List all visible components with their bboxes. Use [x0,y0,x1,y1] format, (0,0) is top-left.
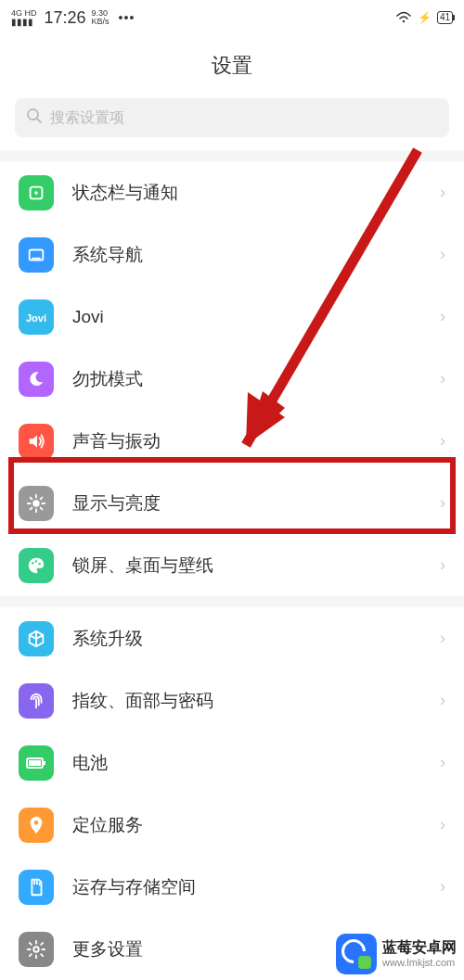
chevron-right-icon: › [440,493,445,513]
moon-icon [19,362,54,397]
chevron-right-icon: › [440,245,445,264]
svg-line-15 [31,507,32,509]
location-icon [19,808,54,843]
page-title: 设置 [0,35,464,98]
settings-item-status-notify[interactable]: 状态栏与通知› [0,161,464,223]
nav-icon [19,237,54,273]
svg-point-17 [32,562,33,564]
chevron-right-icon: › [440,877,445,897]
settings-item-dnd[interactable]: 勿扰模式› [0,348,464,410]
cube-icon [19,621,54,656]
gear-icon [19,932,54,967]
palette-icon [19,548,54,583]
chevron-right-icon: › [440,369,445,388]
settings-item-label: 系统升级 [72,627,440,651]
battery-icon [19,745,54,781]
settings-item-display[interactable]: 显示与亮度› [0,472,464,534]
chevron-right-icon: › [440,431,445,451]
watermark: 蓝莓安卓网 www.lmkjst.com [336,934,457,974]
svg-point-18 [35,560,37,562]
svg-point-8 [32,500,39,506]
chevron-right-icon: › [440,629,445,648]
settings-item-system-update[interactable]: 系统升级› [0,607,464,669]
settings-item-label: Jovi [72,307,440,327]
fingerprint-icon [19,683,54,719]
brightness-icon [19,486,54,521]
search-container: 搜索设置项 [0,98,464,150]
chevron-right-icon: › [440,555,445,575]
settings-item-storage[interactable]: 运存与存储空间› [0,856,464,918]
status-bar: 4G HD ▮▮▮▮ 17:26 9.30 KB/s ••• ⚡ 41 [0,0,464,35]
settings-item-label: 电池 [72,751,440,775]
search-icon [26,108,43,128]
svg-point-23 [34,820,39,824]
svg-text:Jovi: Jovi [26,312,46,324]
svg-rect-6 [32,257,40,259]
svg-line-13 [31,497,32,499]
more-status-icon: ••• [119,10,135,25]
svg-point-1 [28,109,38,120]
speaker-icon [19,424,54,459]
settings-item-label: 显示与亮度 [72,491,440,515]
settings-item-label: 运存与存储空间 [72,875,440,899]
settings-item-jovi[interactable]: JoviJovi› [0,286,464,348]
chevron-right-icon: › [440,183,445,202]
settings-item-system-nav[interactable]: 系统导航› [0,223,464,286]
watermark-title: 蓝莓安卓网 [382,939,457,956]
chevron-right-icon: › [440,753,445,772]
settings-item-lockscreen[interactable]: 锁屏、桌面与壁纸› [0,534,464,596]
chevron-right-icon: › [440,307,445,326]
svg-line-14 [41,507,43,509]
svg-point-27 [33,947,39,952]
svg-point-0 [403,19,405,21]
chevron-right-icon: › [440,691,445,710]
search-input[interactable]: 搜索设置项 [15,98,449,137]
square-dot-icon [19,175,54,210]
sd-icon [19,870,54,905]
chevron-right-icon: › [440,815,445,834]
battery-icon: 41 [437,11,453,24]
network-speed: 9.30 KB/s [92,9,110,26]
charging-icon: ⚡ [418,11,432,24]
watermark-url: www.lmkjst.com [382,957,457,969]
wifi-icon [395,10,412,26]
signal-icon: 4G HD ▮▮▮▮ [11,9,37,27]
settings-item-label: 定位服务 [72,813,440,837]
settings-item-location[interactable]: 定位服务› [0,794,464,856]
svg-line-2 [37,119,41,122]
jovi-icon: Jovi [19,299,54,335]
svg-rect-22 [29,760,41,766]
svg-point-19 [38,562,40,564]
svg-rect-21 [44,761,45,765]
settings-item-label: 系统导航 [72,243,440,267]
settings-item-label: 勿扰模式 [72,367,440,391]
settings-item-label: 指纹、面部与密码 [72,689,440,713]
settings-item-label: 锁屏、桌面与壁纸 [72,554,440,578]
watermark-logo-icon [336,934,377,974]
svg-line-16 [41,497,43,499]
search-placeholder: 搜索设置项 [50,108,124,128]
svg-point-4 [34,191,38,195]
settings-item-label: 状态栏与通知 [72,181,440,205]
status-time: 17:26 [45,8,86,28]
settings-item-sound[interactable]: 声音与振动› [0,410,464,472]
settings-item-battery[interactable]: 电池› [0,732,464,794]
settings-item-biometrics[interactable]: 指纹、面部与密码› [0,669,464,732]
settings-item-label: 声音与振动 [72,429,440,453]
